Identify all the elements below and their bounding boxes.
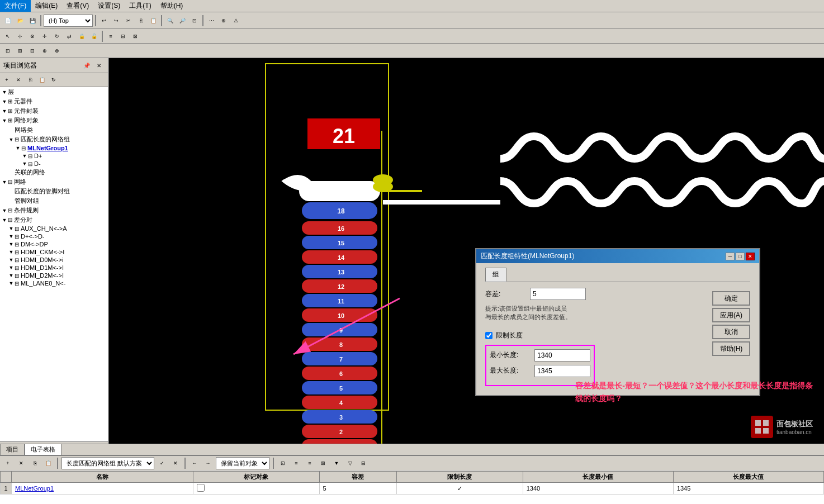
panel-paste[interactable]: 📋 [36,74,48,85]
menu-help[interactable]: 帮助(H) [156,0,188,12]
tree-expand-icon[interactable]: ▼ [1,217,8,223]
panel-pin[interactable]: 📌 [81,60,92,71]
tree-expand-icon[interactable]: ▼ [15,145,21,151]
tolerance-input[interactable] [530,288,586,300]
ss-icon2[interactable]: ≡ [291,458,302,469]
ss-scheme-dropdown[interactable]: 长度匹配的网络组 默认方案 [61,457,154,469]
toolbar3-c[interactable]: ⊟ [27,45,38,56]
col-maxlen[interactable]: 长度最大值 [673,472,823,483]
toolbar2-select[interactable]: ↖ [2,31,13,42]
ss-icon6[interactable]: ▽ [344,458,356,469]
panel-close[interactable]: ✕ [93,60,105,71]
tree-item[interactable]: ▼⊟MLNetGroup1 [0,144,108,152]
tree-item[interactable]: ▼⊟D+ [0,152,108,160]
tree-expand-icon[interactable]: ▼ [8,265,15,270]
toolbar-zoom-out[interactable]: 🔎 [177,15,188,26]
layer-dropdown[interactable]: (H) TopBottomMid Layer 1 [44,15,93,27]
tree-expand-icon[interactable]: ▼ [21,153,28,159]
tree-item[interactable]: ▼⊟差分对 [0,215,108,225]
mark-checkbox[interactable] [197,484,205,492]
tree-expand-icon[interactable]: ▼ [1,89,8,95]
tree-expand-icon[interactable]: ▼ [8,234,15,239]
tree-item[interactable]: ▼⊞元件封装 [0,106,108,116]
tree-item[interactable]: ▼层 [0,87,108,97]
dialog-maximize-btn[interactable]: □ [736,253,745,260]
tab-spreadsheet[interactable]: 电子表格 [25,444,61,455]
col-mark[interactable]: 标记对象 [193,472,319,483]
tree-expand-icon[interactable]: ▼ [21,161,28,167]
tree-expand-icon[interactable]: ▼ [1,208,8,213]
menu-edit[interactable]: 编辑(E) [31,0,62,12]
toolbar-place[interactable]: ⊕ [218,15,229,26]
panel-add[interactable]: + [1,74,12,85]
ss-icon7[interactable]: ⊟ [358,458,369,469]
min-length-input[interactable] [534,349,590,362]
toolbar3-a[interactable]: ⊡ [2,45,13,56]
panel-copy[interactable]: ⎘ [25,74,36,85]
tree-expand-icon[interactable]: ▼ [1,99,8,104]
toolbar-open[interactable]: 📂 [15,15,26,26]
col-name[interactable]: 名称 [12,472,193,483]
tree-expand-icon[interactable]: ▼ [1,179,8,185]
toolbar-zoom-in[interactable]: 🔍 [164,15,176,26]
tree-item[interactable]: ▼⊟匹配长度的网络组 [0,135,108,144]
tree-expand-icon[interactable]: ▼ [8,257,15,263]
tree-expand-icon[interactable]: ▼ [8,280,15,286]
cell-mark[interactable] [193,483,319,495]
tree-item[interactable]: ▼⊟ML_LANE0_N<- [0,279,108,287]
menu-file[interactable]: 文件(F) [0,0,31,12]
toolbar2-select2[interactable]: ⊹ [15,31,26,42]
menu-view[interactable]: 查看(V) [62,0,93,12]
ss-icon3[interactable]: ≡ [304,458,315,469]
toolbar2-deselect[interactable]: ⊗ [27,31,38,42]
ss-paste[interactable]: 📋 [42,458,54,469]
tree-item[interactable]: ▼⊟HDMI_D2M<->I [0,272,108,279]
toolbar2-unlock[interactable]: 🔓 [88,31,100,42]
tree-expand-icon[interactable]: ▼ [8,226,15,231]
tree-item[interactable]: ▼⊞元器件 [0,97,108,106]
toolbar-paste[interactable]: 📋 [148,15,159,26]
menu-settings[interactable]: 设置(S) [93,0,125,12]
toolbar3-e[interactable]: ⊗ [51,45,63,56]
tree-item[interactable]: ▼⊟条件规则 [0,206,108,215]
ss-add[interactable]: + [2,458,13,469]
toolbar2-align[interactable]: ≡ [105,31,116,42]
ss-del[interactable]: ✕ [16,458,27,469]
tree-expand-icon[interactable]: ▼ [8,273,15,278]
col-tolerance[interactable]: 容差 [319,472,397,483]
dialog-tab-group[interactable]: 组 [485,268,506,282]
tree-item[interactable]: ▼⊟网络 [0,177,108,187]
tree-item[interactable]: ▼⊟HDMI_CKM<->I [0,248,108,256]
tree-expand-icon[interactable]: ▼ [8,249,15,255]
tree-expand-icon[interactable]: ▼ [8,137,15,142]
tree-item[interactable]: 管脚对组 [0,196,108,206]
limit-length-checkbox[interactable] [485,332,492,339]
toolbar2-align2[interactable]: ⊟ [117,31,129,42]
tree-item[interactable]: ▼⊟HDMI_D0M<->i [0,256,108,264]
tree-expand-icon[interactable]: ▼ [8,241,15,247]
dialog-apply-btn[interactable]: 应用(A) [712,308,750,322]
col-minlen[interactable]: 长度最小值 [523,472,673,483]
dialog-close-btn[interactable]: ✕ [746,253,755,260]
ss-copy[interactable]: ⎘ [29,458,40,469]
canvas-area[interactable]: 21 18 16 15 14 13 12 11 [109,58,824,444]
tree-item[interactable]: ▼⊟AUX_CH_N<->A [0,225,108,232]
toolbar2-rotate[interactable]: ↻ [51,31,63,42]
toolbar2-distribute[interactable]: ⊠ [130,31,141,42]
ss-icon1[interactable]: ⊡ [277,458,288,469]
toolbar-drc[interactable]: ⚠ [230,15,241,26]
tree-item[interactable]: 关联的网络 [0,168,108,177]
ss-cancel[interactable]: ✕ [170,458,181,469]
toolbar2-lock[interactable]: 🔒 [76,31,87,42]
dialog-help-btn[interactable]: 帮助(H) [712,341,750,356]
menu-tools[interactable]: 工具(T) [125,0,155,12]
toolbar2-move[interactable]: ✛ [39,31,50,42]
toolbar3-b[interactable]: ⊞ [15,45,26,56]
tree-item[interactable]: ▼⊟DM<->DP [0,240,108,248]
toolbar2-flip[interactable]: ⇄ [64,31,75,42]
dialog-minimize-btn[interactable]: ─ [726,253,735,260]
ss-apply[interactable]: ✓ [157,458,168,469]
tree-item[interactable]: ▼⊞网络对象 [0,116,108,125]
toolbar-new[interactable]: 📄 [2,15,13,26]
col-limit[interactable]: 限制长度 [397,472,523,483]
